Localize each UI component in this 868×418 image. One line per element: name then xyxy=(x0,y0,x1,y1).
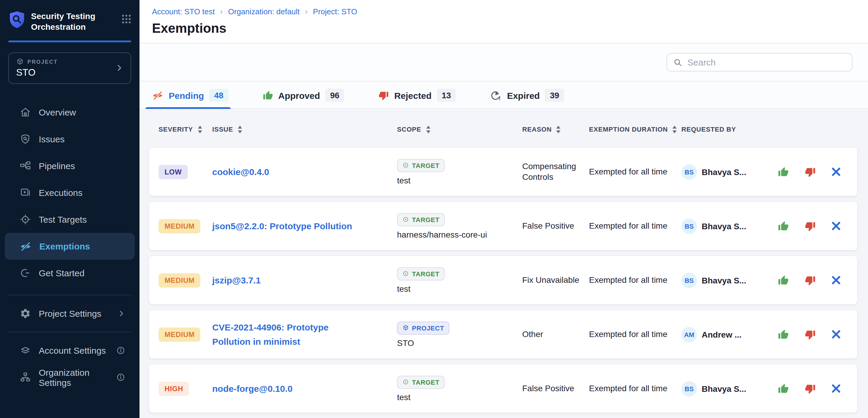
tab-label: Expired xyxy=(507,90,540,100)
cancel-button[interactable] xyxy=(832,276,841,285)
sidebar-item-get-started[interactable]: Get Started xyxy=(5,260,135,287)
reject-button[interactable] xyxy=(805,329,815,340)
tab-rejected[interactable]: Rejected 13 xyxy=(379,82,456,109)
requester-name: Bhavya S... xyxy=(702,167,746,177)
sort-icon[interactable] xyxy=(425,125,431,133)
column-header-severity[interactable]: SEVERITY xyxy=(159,125,212,133)
module-grid-icon[interactable] xyxy=(122,14,131,24)
tab-label: Rejected xyxy=(394,90,432,100)
approve-button[interactable] xyxy=(778,166,789,177)
sort-icon[interactable] xyxy=(237,125,243,133)
breadcrumb-organization[interactable]: Organization: default xyxy=(228,7,300,16)
target-scope-icon xyxy=(402,270,409,277)
pipelines-icon xyxy=(20,161,31,172)
tab-expired[interactable]: Expired 39 xyxy=(490,82,564,109)
sidebar-item-label: Pipelines xyxy=(39,161,75,171)
requested-by-cell: BS Bhavya S... xyxy=(681,272,759,288)
search-box[interactable] xyxy=(666,53,852,71)
expired-clock-icon xyxy=(490,90,502,101)
avatar: BS xyxy=(681,381,697,396)
column-header-scope[interactable]: SCOPE xyxy=(379,125,522,133)
sidebar: Security Testing Orchestration xyxy=(0,0,140,418)
reason: False Positive xyxy=(522,221,589,231)
brand: Security Testing Orchestration xyxy=(0,0,140,32)
approve-button[interactable] xyxy=(778,329,789,340)
approve-button[interactable] xyxy=(778,221,789,231)
home-icon xyxy=(20,107,31,118)
info-icon[interactable] xyxy=(116,373,125,382)
target-icon xyxy=(20,214,31,225)
target-scope-icon xyxy=(402,379,409,385)
issue-link[interactable]: jszip@3.7.1 xyxy=(212,273,379,287)
column-header-issue[interactable]: ISSUE xyxy=(212,125,379,133)
search-input[interactable] xyxy=(687,57,846,67)
exemption-duration: Exempted for all time xyxy=(589,275,681,285)
sort-icon[interactable] xyxy=(672,125,678,133)
scope-type-label: PROJECT xyxy=(412,324,444,332)
cancel-button[interactable] xyxy=(832,330,841,339)
main-content: Account: STO test › Organization: defaul… xyxy=(140,0,868,418)
sidebar-item-overview[interactable]: Overview xyxy=(5,99,135,126)
sidebar-item-issues[interactable]: Issues xyxy=(5,126,135,153)
requested-by-cell: BS Bhavya S... xyxy=(681,381,759,396)
sidebar-item-label: Exemptions xyxy=(39,241,90,252)
scope-type-label: TARGET xyxy=(412,216,439,223)
target-scope-icon xyxy=(402,162,409,169)
sort-icon[interactable] xyxy=(556,125,561,133)
sidebar-item-project-settings[interactable]: Project Settings xyxy=(5,301,135,327)
tab-pending[interactable]: Pending 48 xyxy=(152,82,228,109)
table-header-row: SEVERITY ISSUE SCOPE REASON EXEMPTION DU… xyxy=(159,121,857,137)
avatar: BS xyxy=(681,272,697,288)
column-header-requested-by: REQUESTED BY xyxy=(681,126,759,133)
severity-badge: MEDIUM xyxy=(159,273,200,287)
layers-gear-icon xyxy=(20,345,31,356)
scope-name: test xyxy=(397,284,522,293)
thumbs-down-icon xyxy=(379,90,389,100)
exemption-duration: Exempted for all time xyxy=(589,221,681,231)
issue-link[interactable]: node-forge@0.10.0 xyxy=(212,382,379,396)
issue-link[interactable]: cookie@0.4.0 xyxy=(212,165,379,179)
scope-cell: TARGET harness/harness-core-ui xyxy=(379,213,522,239)
executions-icon xyxy=(20,187,31,199)
shield-search-icon xyxy=(20,134,31,145)
table-row: LOW cookie@0.4.0 TARGET test Compensatin… xyxy=(149,148,857,196)
approve-button[interactable] xyxy=(778,383,789,394)
breadcrumb: Account: STO test › Organization: defaul… xyxy=(152,7,868,16)
sidebar-item-exemptions[interactable]: Exemptions xyxy=(5,233,135,260)
row-actions xyxy=(759,383,857,394)
reject-button[interactable] xyxy=(805,275,815,285)
issue-link[interactable]: CVE-2021-44906: Prototype Pollution in m… xyxy=(212,321,379,348)
chevron-right-icon xyxy=(118,310,125,318)
tab-label: Pending xyxy=(169,90,204,100)
row-actions xyxy=(759,221,857,231)
sidebar-item-test-targets[interactable]: Test Targets xyxy=(5,206,135,233)
breadcrumb-separator: › xyxy=(305,7,308,16)
approve-button[interactable] xyxy=(778,275,789,285)
sidebar-item-pipelines[interactable]: Pipelines xyxy=(5,153,135,179)
tab-approved[interactable]: Approved 96 xyxy=(263,82,344,109)
cancel-button[interactable] xyxy=(832,221,841,231)
scope-cell: TARGET test xyxy=(379,376,522,402)
chevron-right-icon xyxy=(115,64,123,72)
avatar: AM xyxy=(681,326,697,342)
sidebar-item-account-settings[interactable]: Account Settings xyxy=(5,337,135,364)
reason: Other xyxy=(522,329,589,340)
sort-icon[interactable] xyxy=(197,125,203,133)
cancel-button[interactable] xyxy=(832,167,841,176)
column-header-reason[interactable]: REASON xyxy=(522,125,589,133)
sidebar-item-organization-settings[interactable]: Organization Settings xyxy=(5,364,135,391)
breadcrumb-account[interactable]: Account: STO test xyxy=(152,7,215,16)
column-header-exemption-duration[interactable]: EXEMPTION DURATION xyxy=(589,125,681,133)
reject-button[interactable] xyxy=(805,221,815,231)
breadcrumb-project[interactable]: Project: STO xyxy=(313,7,357,16)
reject-button[interactable] xyxy=(805,166,815,177)
sidebar-item-label: Account Settings xyxy=(39,346,106,356)
sidebar-item-executions[interactable]: Executions xyxy=(5,179,135,206)
project-selector[interactable]: PROJECT STO xyxy=(8,53,131,84)
cancel-button[interactable] xyxy=(832,384,841,393)
reject-button[interactable] xyxy=(805,383,815,394)
avatar: BS xyxy=(681,218,697,234)
brand-accent-bar xyxy=(8,41,131,42)
issue-link[interactable]: json5@2.2.0: Prototype Pollution xyxy=(212,219,379,233)
info-icon[interactable] xyxy=(116,346,125,355)
